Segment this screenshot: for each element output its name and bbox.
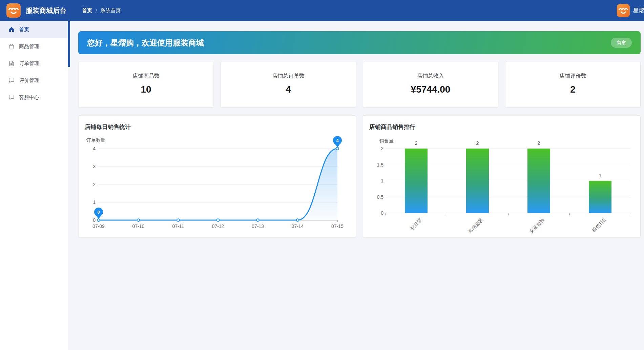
- category-label: 女童套装: [528, 217, 546, 235]
- stat-card-review-count: 店铺评价数 2: [505, 62, 641, 108]
- x-tick-label: 07-10: [132, 223, 145, 229]
- pin-value-label: 4: [333, 136, 342, 145]
- sidebar-menu: 首页 商品管理 订单管理 评价管理: [0, 21, 68, 106]
- sidebar-item-label: 订单管理: [19, 60, 39, 67]
- x-axis-tick: [508, 213, 508, 215]
- stat-label: 店铺评价数: [559, 73, 586, 80]
- x-axis-tick: [569, 213, 570, 215]
- stat-value: 10: [141, 84, 151, 95]
- x-tick-label: 07-12: [212, 223, 224, 229]
- y-axis-name: 销售量: [379, 138, 394, 144]
- x-axis-tick: [447, 213, 447, 215]
- bar-value-label: 2: [538, 140, 540, 146]
- welcome-banner: 您好，星熠购，欢迎使用服装商城 商家: [78, 31, 641, 54]
- chat-icon: [8, 94, 15, 100]
- sidebar-item-label: 商品管理: [19, 43, 39, 50]
- daily-sales-line-chart: 订单数量4321007-0907-1007-1107-1207-1307-140…: [79, 116, 356, 237]
- sidebar: 首页 商品管理 订单管理 评价管理: [0, 21, 68, 350]
- y-tick-label: 1.5: [370, 162, 383, 168]
- data-point-marker: [217, 219, 220, 221]
- x-axis-tick: [631, 213, 631, 215]
- user-menu[interactable]: 星熠购: [617, 0, 644, 21]
- daily-sales-chart-card: 店铺每日销售统计 订单数量4321007-0907-1007-1107-1207…: [78, 115, 356, 237]
- y-tick-label: 2: [370, 146, 383, 151]
- data-point-marker: [177, 219, 180, 221]
- x-tick-label: 07-15: [331, 223, 344, 229]
- breadcrumb-separator: /: [96, 8, 97, 14]
- app-title: 服装商城后台: [26, 6, 66, 15]
- category-label: 粉色T恤: [591, 217, 607, 233]
- pin-tail: [335, 144, 340, 148]
- y-tick-label: 1: [82, 199, 96, 205]
- y-tick-label: 1: [370, 178, 383, 183]
- shopping-bag-icon: [8, 43, 15, 50]
- pin-value-label: 0: [94, 208, 103, 216]
- stats-row: 店铺商品数 10 店铺总订单数 4 店铺总收入 ¥5744.00 店铺评价数 2: [78, 62, 641, 108]
- bar-女童套装: [527, 149, 550, 213]
- stat-label: 店铺商品数: [132, 73, 160, 80]
- sidebar-item-label: 首页: [19, 26, 29, 33]
- stat-value: 2: [570, 84, 576, 95]
- x-axis-tick: [337, 220, 338, 222]
- line-plot: [99, 149, 337, 220]
- data-point-marker: [296, 219, 299, 221]
- value-pin-marker: 4: [333, 136, 342, 148]
- pin-tail: [96, 216, 101, 219]
- welcome-text: 您好，星熠购，欢迎使用服装商城: [87, 38, 204, 48]
- x-tick-label: 07-14: [292, 223, 304, 229]
- content-scrollbar[interactable]: [68, 21, 70, 350]
- y-tick-label: 0: [370, 210, 383, 216]
- stat-label: 店铺总订单数: [272, 73, 305, 80]
- home-icon: [8, 26, 15, 33]
- x-tick-label: 07-13: [252, 223, 264, 229]
- comment-icon: [8, 77, 15, 83]
- data-point-marker: [97, 219, 100, 221]
- stat-label: 店铺总收入: [417, 73, 444, 80]
- bar-冰感套装: [466, 149, 489, 213]
- bar-value-label: 1: [599, 173, 602, 178]
- charts-row: 店铺每日销售统计 订单数量4321007-0907-1007-1107-1207…: [78, 115, 641, 237]
- y-tick-label: 4: [82, 146, 96, 151]
- role-badge: 商家: [611, 38, 632, 48]
- data-point-marker: [336, 147, 339, 150]
- user-name: 星熠购: [633, 7, 644, 14]
- sidebar-item-label: 客服中心: [19, 94, 39, 101]
- area-fill: [99, 149, 337, 220]
- y-tick-label: 0.5: [370, 194, 383, 200]
- sidebar-item-products[interactable]: 商品管理: [0, 38, 68, 55]
- y-axis-name: 订单数量: [86, 137, 105, 143]
- stat-card-order-count: 店铺总订单数 4: [221, 62, 356, 108]
- data-point-marker: [137, 219, 140, 221]
- value-pin-marker: 0: [94, 208, 103, 219]
- breadcrumb-home[interactable]: 首页: [82, 7, 92, 14]
- sidebar-item-reviews[interactable]: 评价管理: [0, 72, 68, 89]
- top-navbar: 服装商城后台 首页 / 系统首页 星熠购: [0, 0, 644, 21]
- data-point-marker: [256, 219, 259, 221]
- bar-value-label: 2: [476, 140, 479, 146]
- sidebar-item-home[interactable]: 首页: [0, 21, 68, 38]
- scrollbar-thumb[interactable]: [68, 21, 70, 67]
- y-tick-label: 3: [82, 164, 96, 169]
- bar-value-label: 2: [415, 140, 418, 146]
- category-label: 职业装: [409, 217, 423, 231]
- y-tick-label: 2: [82, 182, 96, 187]
- sidebar-item-orders[interactable]: 订单管理: [0, 55, 68, 72]
- stat-card-total-revenue: 店铺总收入 ¥5744.00: [363, 62, 498, 108]
- x-tick-label: 07-09: [92, 223, 105, 229]
- stat-card-product-count: 店铺商品数 10: [78, 62, 214, 108]
- breadcrumb-current[interactable]: 系统首页: [100, 7, 121, 14]
- category-label: 冰感套装: [467, 217, 484, 235]
- user-avatar: [617, 4, 630, 17]
- main-content: 您好，星熠购，欢迎使用服装商城 商家 店铺商品数 10 店铺总订单数 4 店铺总…: [70, 21, 644, 350]
- brand[interactable]: 服装商城后台: [0, 3, 68, 18]
- order-document-icon: [8, 60, 15, 66]
- app-logo-icon: [6, 3, 21, 18]
- breadcrumb: 首页 / 系统首页: [82, 7, 121, 14]
- y-tick-label: 0: [82, 217, 96, 223]
- series-line: [99, 149, 337, 220]
- sidebar-item-label: 评价管理: [19, 77, 39, 84]
- product-ranking-bar-chart: 销售量21.510.502职业装2冰感套装2女童套装1粉色T恤: [363, 116, 640, 237]
- product-ranking-chart-card: 店铺商品销售排行 销售量21.510.502职业装2冰感套装2女童套装1粉色T恤: [363, 115, 641, 237]
- x-tick-label: 07-11: [172, 223, 184, 229]
- sidebar-item-customer-service[interactable]: 客服中心: [0, 89, 68, 106]
